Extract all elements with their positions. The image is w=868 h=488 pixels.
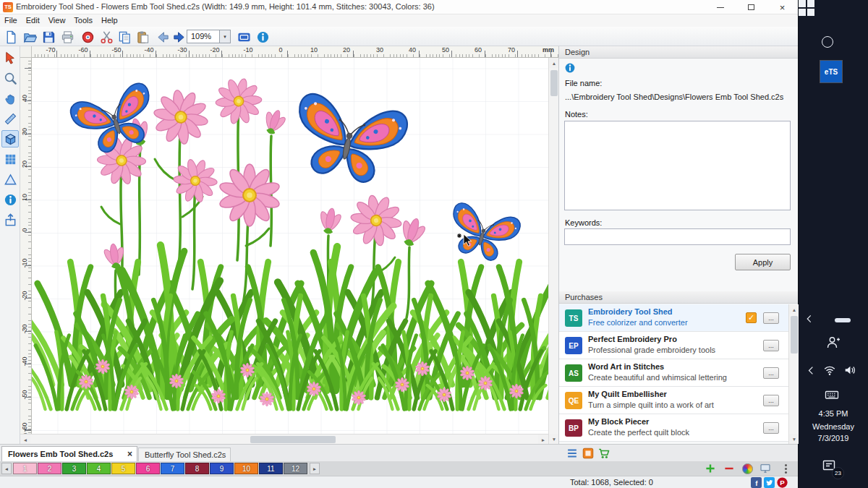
store-cart-button[interactable] <box>597 447 610 460</box>
view-3d-tool-button[interactable] <box>1 130 19 147</box>
hidden-icons-chevron[interactable] <box>804 314 814 324</box>
canvas-horizontal-scrollbar[interactable]: ◄ ► <box>20 434 548 444</box>
scroll-down-arrow[interactable]: ▼ <box>789 434 799 444</box>
thread-colors-button[interactable] <box>80 29 95 45</box>
scroll-up-arrow[interactable]: ▲ <box>549 58 559 68</box>
forward-button[interactable] <box>171 29 187 45</box>
add-color-button[interactable] <box>705 463 716 474</box>
zoom-select[interactable]: 109% <box>187 30 220 43</box>
maximize-button[interactable] <box>736 0 767 14</box>
cut-button[interactable] <box>98 29 114 45</box>
list-view-button[interactable] <box>566 447 579 460</box>
chevron-left-icon[interactable] <box>806 365 817 376</box>
purchase-row[interactable]: QE My Quilt Embellisher Turn a simple qu… <box>559 387 788 414</box>
zoom-dropdown-arrow[interactable]: ▼ <box>220 30 231 43</box>
pinterest-icon[interactable] <box>777 477 788 488</box>
ruler-corner <box>20 46 32 58</box>
print-button[interactable] <box>59 29 75 45</box>
scroll-right-arrow[interactable]: ► <box>538 435 548 445</box>
scroll-down-arrow[interactable]: ▼ <box>549 434 559 444</box>
purchase-row[interactable]: EP Perfect Embroidery Pro Professional g… <box>559 332 788 359</box>
scroll-up-arrow[interactable]: ▲ <box>789 304 799 314</box>
zoom-tool-button[interactable] <box>1 69 19 87</box>
design-package-button[interactable] <box>582 447 595 460</box>
menu-edit[interactable]: Edit <box>22 14 44 26</box>
palette-scroll-right[interactable]: ► <box>310 463 320 474</box>
copy-button[interactable] <box>116 29 132 45</box>
twitter-icon[interactable] <box>764 477 775 488</box>
cortana-button[interactable] <box>822 36 833 48</box>
purchases-scrollbar[interactable]: ▲ ▼ <box>788 304 799 444</box>
remove-color-button[interactable] <box>723 463 735 474</box>
product-more-button[interactable]: ... <box>763 422 779 434</box>
palette-chip[interactable]: 7 <box>161 463 184 474</box>
monitor-icon[interactable] <box>760 463 771 474</box>
document-tabs-bar: Flowers Emb Tool Shed.c2s × Butterfly To… <box>0 444 798 461</box>
product-more-button[interactable]: ... <box>763 312 779 324</box>
palette-chip[interactable]: 12 <box>284 463 307 474</box>
scrollbar-thumb[interactable] <box>791 316 798 354</box>
menu-tools[interactable]: Tools <box>69 14 97 26</box>
scroll-left-arrow[interactable]: ◄ <box>20 435 30 445</box>
palette-chip[interactable]: 6 <box>136 463 160 474</box>
back-button[interactable] <box>155 29 171 45</box>
purchase-row[interactable]: BP My Block Piecer Create the perfect qu… <box>559 414 788 442</box>
minimize-button[interactable] <box>705 0 736 14</box>
color-wheel-button[interactable] <box>742 463 753 474</box>
paste-button[interactable] <box>135 29 150 45</box>
menu-file[interactable]: File <box>0 14 22 26</box>
clock-time[interactable]: 4:35 PM <box>799 409 868 418</box>
product-more-button[interactable]: ... <box>763 367 779 379</box>
palette-chip[interactable]: 9 <box>210 463 234 474</box>
purchase-row[interactable]: TS Embroidery Tool Shed Free colorizer a… <box>559 304 788 332</box>
product-checkbox[interactable]: ✓ <box>746 312 757 323</box>
product-more-button[interactable]: ... <box>763 395 779 406</box>
palette-chip[interactable]: 1 <box>13 463 37 474</box>
menu-help[interactable]: Help <box>97 14 122 26</box>
speaker-icon[interactable] <box>843 364 856 377</box>
shape-tool-button[interactable] <box>1 171 19 188</box>
palette-chip[interactable]: 5 <box>111 463 135 474</box>
save-button[interactable] <box>41 29 56 45</box>
design-canvas[interactable] <box>32 58 548 434</box>
palette-scroll-left[interactable]: ◄ <box>1 463 12 474</box>
pan-tool-button[interactable] <box>1 90 19 107</box>
apply-button[interactable]: Apply <box>735 254 791 270</box>
taskbar-app-ets[interactable]: eTS <box>820 61 842 82</box>
hoop-button[interactable] <box>236 29 252 45</box>
scrollbar-thumb[interactable] <box>250 436 336 443</box>
palette-chip[interactable]: 2 <box>38 463 61 474</box>
people-icon[interactable] <box>826 335 841 350</box>
close-button[interactable]: × <box>767 0 798 14</box>
select-tool-button[interactable] <box>1 49 19 67</box>
scrollbar-thumb[interactable] <box>550 70 558 96</box>
palette-chip[interactable]: 8 <box>185 463 209 474</box>
notes-textarea[interactable] <box>564 121 791 210</box>
measure-tool-button[interactable] <box>1 110 19 127</box>
palette-chip[interactable]: 11 <box>259 463 283 474</box>
tab-flowers[interactable]: Flowers Emb Tool Shed.c2s × <box>1 446 137 462</box>
palette-overflow-menu[interactable] <box>780 463 791 474</box>
canvas-vertical-scrollbar[interactable]: ▲ ▼ <box>548 58 558 444</box>
grid-tool-button[interactable] <box>1 150 19 168</box>
purchase-row[interactable]: AS Word Art in Stitches Create beautiful… <box>559 359 788 387</box>
palette-chip[interactable]: 10 <box>234 463 258 474</box>
facebook-icon[interactable] <box>751 477 762 488</box>
menu-view[interactable]: View <box>44 14 70 26</box>
palette-chip[interactable]: 3 <box>62 463 86 474</box>
design-info-tool-button[interactable] <box>1 191 19 208</box>
windows-start-button[interactable] <box>799 0 814 16</box>
export-tool-button[interactable] <box>1 211 19 228</box>
tab-butterfly[interactable]: Butterfly Tool Shed.c2s <box>138 448 231 462</box>
palette-chip[interactable]: 4 <box>87 463 111 474</box>
info-icon[interactable] <box>564 62 576 74</box>
new-button[interactable] <box>3 29 19 45</box>
product-more-button[interactable]: ... <box>763 340 779 351</box>
info-button[interactable] <box>255 29 271 45</box>
wifi-icon[interactable] <box>823 364 836 377</box>
tab-close-icon[interactable]: × <box>127 447 132 461</box>
taskbar-handle[interactable] <box>835 318 851 322</box>
touch-keyboard-icon[interactable] <box>825 388 839 402</box>
keywords-input[interactable] <box>564 228 791 245</box>
open-button[interactable] <box>22 29 38 45</box>
